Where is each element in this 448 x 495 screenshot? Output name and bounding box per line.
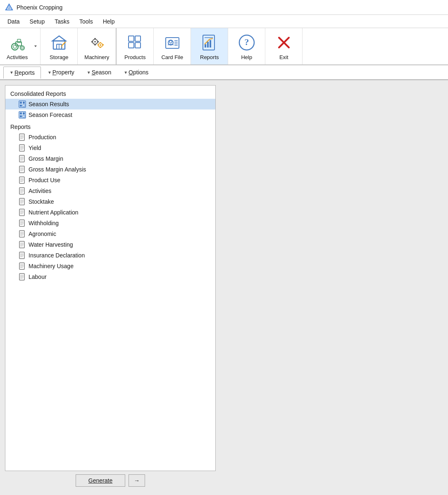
svg-rect-33 bbox=[129, 43, 134, 48]
consolidated-reports-header: Consolidated Reports bbox=[5, 89, 215, 99]
menu-data[interactable]: Data bbox=[3, 17, 24, 26]
tree-item-withholding[interactable]: Withholding bbox=[5, 218, 215, 228]
product-use-icon bbox=[19, 176, 26, 184]
gross-margin-label: Gross Margin bbox=[29, 155, 63, 162]
tree-item-machinery-usage[interactable]: Machinery Usage bbox=[5, 261, 215, 271]
svg-rect-80 bbox=[19, 177, 24, 183]
bottom-bar: Generate → bbox=[5, 471, 216, 490]
svg-rect-65 bbox=[19, 145, 24, 151]
tab-reports-label: Reports bbox=[14, 69, 35, 76]
help-label: Help bbox=[241, 54, 252, 60]
tree-item-yield[interactable]: Yield bbox=[5, 143, 215, 153]
menu-tasks[interactable]: Tasks bbox=[50, 17, 74, 26]
production-icon bbox=[19, 133, 26, 141]
svg-rect-51 bbox=[20, 102, 22, 104]
nutrient-application-label: Nutrient Application bbox=[29, 209, 79, 216]
svg-rect-23 bbox=[91, 41, 93, 43]
right-panel bbox=[221, 85, 443, 490]
svg-point-20 bbox=[94, 41, 96, 43]
tree-item-gross-margin[interactable]: Gross Margin bbox=[5, 153, 215, 164]
insurance-declaration-label: Insurance Declaration bbox=[29, 252, 85, 259]
activities-group: Activities bbox=[0, 28, 41, 64]
svg-text:?: ? bbox=[244, 37, 249, 47]
yield-label: Yield bbox=[29, 145, 41, 151]
season-results-icon bbox=[19, 100, 26, 108]
tree-item-season-forecast[interactable]: Season Forecast bbox=[5, 109, 215, 120]
svg-point-37 bbox=[169, 40, 172, 43]
svg-point-3 bbox=[12, 43, 18, 50]
generate-button[interactable]: Generate bbox=[76, 474, 125, 487]
tab-options[interactable]: ▼ Options bbox=[118, 67, 154, 78]
reports-label: Reports bbox=[200, 54, 219, 60]
tree-item-labour[interactable]: Labour bbox=[5, 271, 215, 282]
menu-help[interactable]: Help bbox=[99, 17, 119, 26]
svg-rect-125 bbox=[19, 274, 24, 280]
tree-item-product-use[interactable]: Product Use bbox=[5, 175, 215, 186]
tab-season[interactable]: ▼ Season bbox=[81, 67, 117, 78]
svg-point-5 bbox=[20, 46, 24, 50]
machinery-button[interactable]: Machinery bbox=[78, 28, 117, 64]
card-file-button[interactable]: Card File bbox=[154, 28, 191, 64]
activities-button[interactable]: Activities bbox=[0, 28, 31, 64]
svg-rect-75 bbox=[19, 166, 24, 173]
main-content: Consolidated Reports Season Results bbox=[0, 80, 448, 495]
menu-tools[interactable]: Tools bbox=[75, 17, 97, 26]
svg-marker-12 bbox=[52, 36, 66, 41]
storage-icon bbox=[49, 33, 69, 52]
menu-setup[interactable]: Setup bbox=[26, 17, 49, 26]
yield-icon bbox=[19, 144, 26, 152]
season-forecast-icon bbox=[19, 111, 26, 119]
svg-rect-29 bbox=[98, 44, 99, 45]
machinery-icon bbox=[87, 33, 107, 52]
product-use-label: Product Use bbox=[29, 177, 60, 183]
gross-margin-analysis-icon bbox=[19, 166, 26, 173]
svg-rect-110 bbox=[19, 241, 24, 248]
tree-item-production[interactable]: Production bbox=[5, 132, 215, 143]
activities-report-icon bbox=[19, 187, 26, 195]
tree-item-gross-margin-analysis[interactable]: Gross Margin Analysis bbox=[5, 164, 215, 175]
reports-button[interactable]: Reports bbox=[191, 28, 228, 64]
help-button[interactable]: ? Help bbox=[228, 28, 265, 64]
labour-label: Labour bbox=[29, 274, 47, 280]
agronomic-icon bbox=[19, 230, 26, 238]
water-harvesting-label: Water Harvesting bbox=[29, 241, 73, 248]
activities-dropdown-arrow[interactable] bbox=[31, 28, 41, 64]
svg-point-6 bbox=[21, 47, 23, 49]
products-button[interactable]: Products bbox=[117, 28, 154, 64]
withholding-label: Withholding bbox=[29, 220, 59, 226]
exit-label: Exit bbox=[279, 54, 288, 60]
card-file-label: Card File bbox=[161, 54, 183, 60]
gross-margin-icon bbox=[19, 155, 26, 162]
tab-reports[interactable]: ▼ Reports bbox=[3, 67, 41, 79]
tab-property-label: Property bbox=[52, 69, 74, 76]
tree-item-agronomic[interactable]: Agronomic bbox=[5, 228, 215, 239]
machinery-usage-label: Machinery Usage bbox=[29, 263, 74, 269]
tab-property[interactable]: ▼ Property bbox=[42, 67, 80, 78]
season-forecast-label: Season Forecast bbox=[29, 112, 72, 118]
svg-rect-21 bbox=[94, 38, 96, 40]
svg-rect-90 bbox=[19, 198, 24, 205]
next-arrow-button[interactable]: → bbox=[129, 474, 145, 487]
storage-button[interactable]: Storage bbox=[41, 28, 78, 64]
tree-item-insurance-declaration[interactable]: Insurance Declaration bbox=[5, 250, 215, 261]
help-icon: ? bbox=[237, 33, 257, 52]
season-results-label: Season Results bbox=[29, 101, 69, 107]
agronomic-label: Agronomic bbox=[29, 231, 56, 237]
tree-item-water-harvesting[interactable]: Water Harvesting bbox=[5, 239, 215, 250]
tree-item-season-results[interactable]: Season Results bbox=[5, 99, 215, 109]
tree-item-stocktake[interactable]: Stocktake bbox=[5, 196, 215, 207]
tab-season-label: Season bbox=[92, 69, 112, 76]
tab-options-label: Options bbox=[129, 69, 148, 76]
svg-rect-57 bbox=[23, 112, 25, 114]
svg-rect-53 bbox=[20, 105, 22, 107]
reports-icon bbox=[200, 33, 219, 52]
exit-button[interactable]: Exit bbox=[265, 28, 303, 64]
gross-margin-analysis-label: Gross Margin Analysis bbox=[29, 166, 86, 173]
svg-rect-24 bbox=[97, 41, 99, 43]
tree-item-activities[interactable]: Activities bbox=[5, 186, 215, 196]
svg-rect-45 bbox=[210, 40, 211, 48]
tree-item-nutrient-application[interactable]: Nutrient Application bbox=[5, 207, 215, 218]
withholding-icon bbox=[19, 219, 26, 227]
title-bar: Phoenix Cropping bbox=[0, 0, 448, 15]
products-icon bbox=[125, 33, 145, 52]
